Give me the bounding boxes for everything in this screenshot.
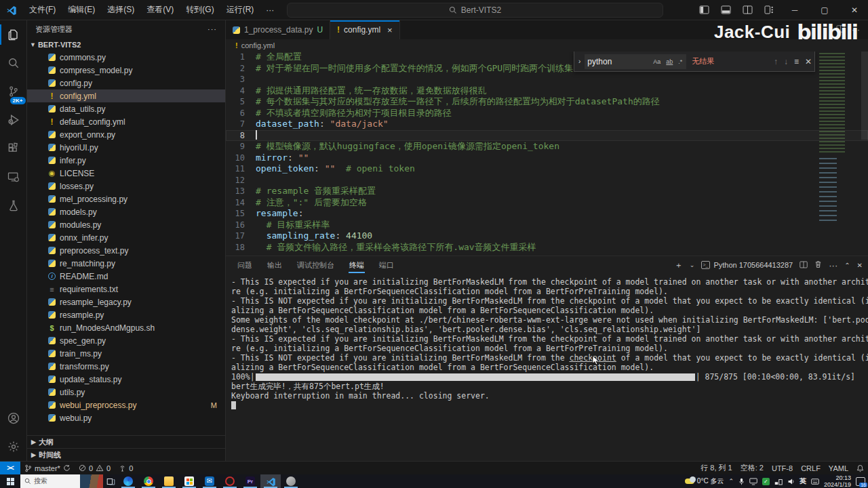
language-mode-status[interactable]: YAML	[825, 462, 852, 475]
display-tray-icon[interactable]	[749, 478, 757, 485]
tray-app-icon[interactable]: 16	[856, 477, 865, 486]
tree-item-spec-gen-py[interactable]: spec_gen.py	[27, 334, 225, 347]
search-sidebar-icon[interactable]	[0, 49, 27, 77]
whole-word-icon[interactable]: ab	[665, 58, 674, 66]
tree-item-hiyoriui-py[interactable]: hiyoriUI.py	[27, 141, 225, 154]
split-editor-action-icon[interactable]	[836, 25, 845, 35]
security-check-icon[interactable]: ✓	[762, 478, 770, 485]
match-case-icon[interactable]: Aa	[652, 58, 662, 66]
volume-icon[interactable]	[787, 478, 795, 485]
taskbar-app-premiere[interactable]: Pr	[240, 474, 260, 488]
panel-tab-终端[interactable]: 终端	[343, 258, 370, 273]
code-line-12[interactable]: 12	[226, 175, 868, 186]
code-line-13[interactable]: 13# resample 音频重采样配置	[226, 186, 868, 197]
taskbar-search-box[interactable]: 搜索	[20, 474, 103, 488]
weather-widget[interactable]: 0°C 多云	[685, 476, 724, 486]
find-close-icon[interactable]: ✕	[805, 57, 812, 66]
find-input[interactable]: python Aa ab .*	[585, 54, 686, 69]
menu-item[interactable]: 查看(V)	[141, 1, 179, 18]
panel-tab-调试控制台[interactable]: 调试控制台	[291, 258, 340, 273]
code-line-15[interactable]: 15resample:	[226, 208, 868, 220]
run-debug-icon[interactable]	[0, 106, 27, 134]
tree-item-license[interactable]: ◉LICENSE	[27, 167, 225, 180]
code-line-17[interactable]: 17 sampling_rate: 44100	[226, 230, 868, 242]
menu-item[interactable]: 编辑(E)	[62, 1, 100, 18]
explorer-icon[interactable]	[0, 20, 27, 49]
remote-explorer-icon[interactable]	[0, 163, 27, 191]
tree-item-requirements-txt[interactable]: ≡requirements.txt	[27, 283, 225, 296]
code-line-3[interactable]: 3	[226, 74, 868, 85]
encoding-status[interactable]: UTF-8	[768, 462, 797, 475]
tree-item-webui-preprocess-py[interactable]: webui_preprocess.pyM	[27, 399, 225, 411]
extensions-icon[interactable]	[0, 134, 27, 163]
panel-tab-端口[interactable]: 端口	[373, 258, 400, 273]
menu-item[interactable]: 文件(F)	[24, 1, 61, 18]
tree-item-export-onnx-py[interactable]: export_onnx.py	[27, 128, 225, 141]
tree-item-data-utils-py[interactable]: data_utils.py	[27, 102, 225, 115]
microphone-icon[interactable]	[738, 478, 745, 485]
menu-more-icon[interactable]: ···	[260, 3, 279, 18]
remote-indicator[interactable]: ><	[0, 462, 20, 475]
code-line-10[interactable]: 10mirror: ""	[226, 152, 868, 164]
tab-close-icon[interactable]: ×	[387, 25, 393, 35]
panel-maximize-icon[interactable]: ⌃	[844, 262, 850, 269]
code-editor[interactable]: 1# 全局配置2# 对于希望在同一时间使用多个配置文件的情况，例如两个GPU同时…	[226, 52, 868, 256]
taskbar-app-vscode[interactable]	[260, 474, 281, 488]
panel-tab-问题[interactable]: 问题	[231, 258, 258, 273]
code-line-18[interactable]: 18 # 音频文件输入路径，重采样会将该路径下所有.wav音频文件重采样	[226, 242, 868, 253]
menu-item[interactable]: 运行(R)	[221, 1, 260, 18]
eol-status[interactable]: CRLF	[797, 462, 825, 475]
tree-item-losses-py[interactable]: losses.py	[27, 180, 225, 192]
testing-icon[interactable]	[0, 191, 27, 220]
breadcrumb[interactable]: ! config.yml	[226, 39, 868, 52]
code-line-5[interactable]: 5# 每个数据集与其对应的模型存放至统一路径下，后续所有的路径配置均为相对于da…	[226, 96, 868, 108]
task-view-icon[interactable]	[103, 474, 118, 488]
tree-item-re-matching-py[interactable]: re_matching.py	[27, 257, 225, 270]
terminal-dropdown-icon[interactable]: ⌄	[690, 262, 695, 268]
taskbar-app-paint3d[interactable]	[281, 474, 301, 488]
taskbar-app-edge[interactable]	[118, 474, 138, 488]
taskbar-app-mail[interactable]	[199, 474, 220, 488]
toggle-panel-icon[interactable]	[716, 3, 735, 18]
find-previous-icon[interactable]: ↑	[774, 57, 778, 66]
split-terminal-icon[interactable]	[800, 260, 808, 270]
tree-item-modules-py[interactable]: modules.py	[27, 218, 225, 231]
tab-config-yml[interactable]: ! config.yml ×	[330, 20, 400, 39]
code-line-4[interactable]: 4# 拟提供通用路径配置，统一存放数据，避免数据放得很乱	[226, 85, 868, 97]
tray-expand-icon[interactable]: ⌃	[728, 478, 734, 485]
editor-more-actions-icon[interactable]: ···	[852, 25, 860, 35]
git-branch-status[interactable]: master*	[20, 462, 75, 475]
tree-item-webui-py[interactable]: webui.py	[27, 411, 225, 424]
command-center-search[interactable]: Bert-VITS2	[287, 3, 663, 18]
tree-item-compress-model-py[interactable]: compress_model.py	[27, 64, 225, 77]
source-control-icon[interactable]: 2K+	[0, 77, 27, 106]
terminal-instance[interactable]: >_ Python 1705664413287	[701, 261, 793, 269]
split-editor-icon[interactable]	[738, 3, 757, 18]
tree-item-preprocess-text-py[interactable]: preprocess_text.py	[27, 244, 225, 257]
editor-scrollbar[interactable]	[861, 52, 868, 140]
tab-1-process-data[interactable]: 1_process_data.py U	[226, 20, 330, 39]
regex-icon[interactable]: .*	[677, 58, 684, 66]
code-line-16[interactable]: 16 # 目标重采样率	[226, 220, 868, 231]
explorer-more-actions-icon[interactable]: ···	[208, 25, 217, 33]
taskbar-app-file-explorer[interactable]	[159, 474, 179, 488]
tree-item-train-ms-py[interactable]: train_ms.py	[27, 347, 225, 360]
toggle-sidebar-icon[interactable]	[694, 3, 713, 18]
account-icon[interactable]	[0, 404, 27, 432]
window-close-button[interactable]: ✕	[841, 0, 868, 20]
code-line-11[interactable]: 11openi_token: "" # openi token	[226, 163, 868, 175]
taskbar-clock[interactable]: 20:13 2024/1/19	[824, 474, 851, 488]
find-in-selection-icon[interactable]: ≡	[794, 57, 799, 66]
network-icon[interactable]	[774, 478, 783, 485]
panel-tab-输出[interactable]: 输出	[261, 258, 288, 273]
tree-item-commons-py[interactable]: commons.py	[27, 51, 225, 64]
timeline-section[interactable]: ▶ 时间线	[27, 448, 225, 461]
customize-layout-icon[interactable]	[760, 3, 778, 18]
start-button[interactable]	[0, 474, 20, 488]
code-line-7[interactable]: 7dataset_path: "data/jack"	[226, 119, 868, 130]
find-next-icon[interactable]: ↓	[784, 57, 788, 66]
code-line-6[interactable]: 6# 不填或者填空则路径为相对于项目根目录的路径	[226, 108, 868, 119]
tree-item-readme-md[interactable]: iREADME.md	[27, 270, 225, 283]
tree-item-mel-processing-py[interactable]: mel_processing.py	[27, 192, 225, 205]
cursor-position-status[interactable]: 行 8, 列 1	[696, 462, 736, 475]
